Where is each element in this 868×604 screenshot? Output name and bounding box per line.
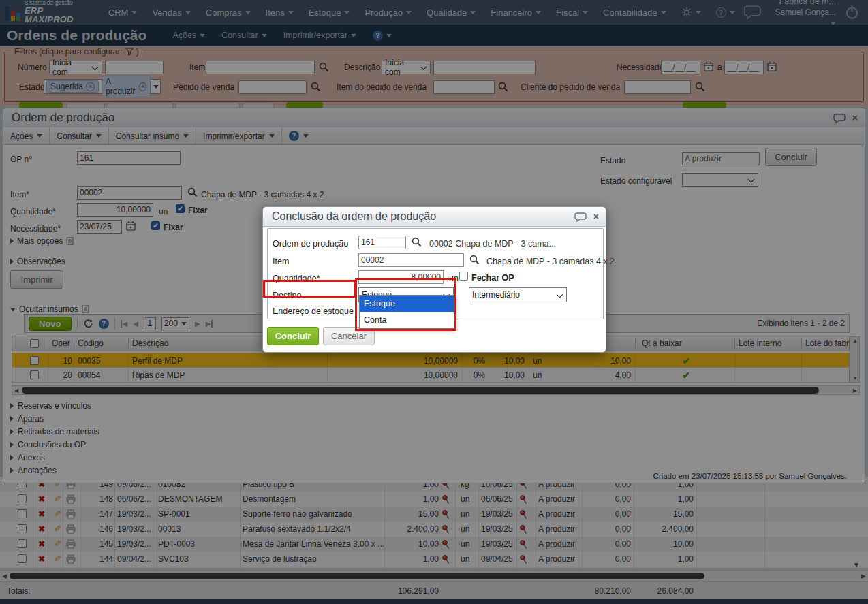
modal-item-description: Chapa de MDP - 3 camadas 4 x 2 — [486, 257, 615, 266]
modal-item-input[interactable] — [358, 253, 464, 267]
modal-title: Conclusão da ordem de produção — [272, 210, 436, 223]
modal-concluir-button[interactable]: Concluir — [267, 327, 319, 345]
search-icon[interactable] — [412, 237, 422, 247]
modal-op-description: 00002 Chapa de MDP - 3 cama... — [429, 239, 556, 249]
modal-op-input[interactable] — [358, 236, 406, 249]
modal-titlebar: Conclusão da ordem de produção × — [263, 207, 606, 227]
chevron-down-icon — [557, 291, 563, 298]
annotation-box-dropdown — [355, 278, 456, 331]
intermediario-select[interactable]: Intermediário — [469, 287, 567, 302]
chat-bubble-icon[interactable] — [574, 212, 587, 222]
modal-op-label: Ordem de produção — [273, 239, 348, 249]
modal-item-label: Item — [273, 257, 289, 266]
close-icon[interactable]: × — [593, 211, 599, 222]
intermediario-value: Intermediário — [472, 290, 520, 300]
fechar-op-label: Fechar OP — [471, 273, 514, 283]
search-icon[interactable] — [469, 255, 480, 265]
annotation-box-destino — [263, 280, 356, 298]
erp-screen: Sistema de gestão ERP MAXIPROD CRMVendas… — [0, 0, 868, 604]
fechar-op-checkbox[interactable] — [459, 272, 468, 281]
endereco-estoque-label: Endereço de estoque — [273, 306, 354, 316]
